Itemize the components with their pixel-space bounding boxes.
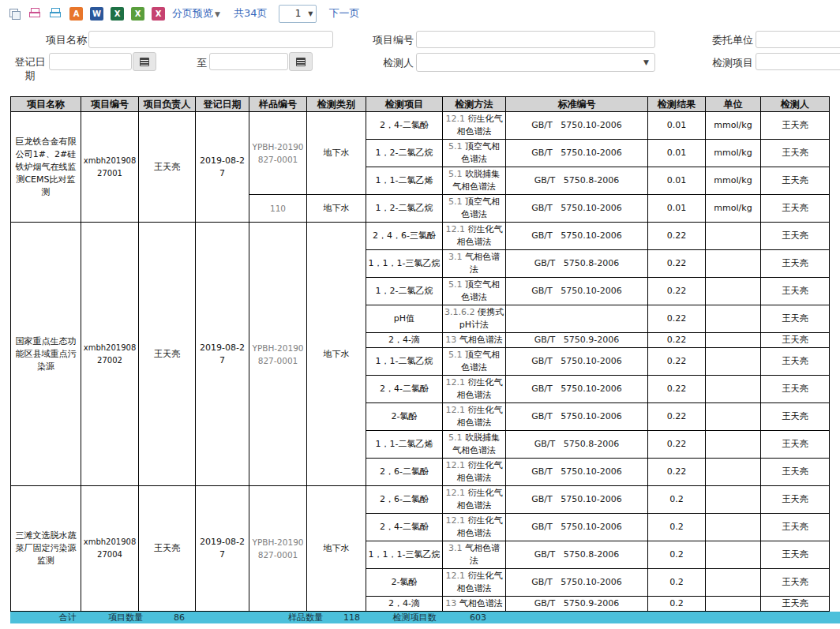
print-preview-icon[interactable] [8,7,21,21]
cell-test-method: 5.1 吹脱捕集气相色谱法 [443,167,506,195]
project-code-label: 项目编号 [369,33,414,47]
cell-test-result: 0.22 [648,431,706,459]
cell-tester: 王天亮 [761,223,830,250]
cell-test-method: 12.1 衍生化气相色谱法 [443,486,506,514]
cell-project-name: 三滩文选脱水蔬菜厂固定污染源监测 [11,486,81,612]
cell-test-method: 12.1 衍生化气相色谱法 [443,569,506,597]
register-date-label: 登记日期 [14,55,46,82]
table-row: 巨龙铁合金有限公司1#、2#硅铁炉烟气在线监测CEMS比对监测xmbh20190… [11,112,830,140]
method-code: 12.1 [446,571,466,581]
cell-standard-code: GB/T 5750.8-2006 [506,541,648,569]
method-code: 12.1 [446,224,466,234]
cell-tester: 王天亮 [761,333,830,348]
cell-standard-code [506,305,648,333]
cell-register-date: 2019-08-27 [196,486,249,612]
test-item-input[interactable] [756,53,840,70]
cell-test-item: 1，1，1-三氯乙烷 [366,250,443,278]
client-input[interactable] [756,31,840,48]
cell-test-item: 2，4-二氯酚 [366,112,443,140]
cell-tester: 王天亮 [761,486,830,514]
cell-standard-code: GB/T 5750.8-2006 [506,167,648,195]
cell-project-name: 巨龙铁合金有限公司1#、2#硅铁炉烟气在线监测CEMS比对监测 [11,112,81,223]
project-code-input[interactable] [416,31,655,48]
tester-select[interactable]: ▼ [416,53,655,72]
cell-test-result: 0.22 [648,305,706,333]
cell-test-method: 12.1 衍生化气相色谱法 [443,376,506,403]
cell-unit [706,569,761,597]
cell-tester: 王天亮 [761,514,830,541]
xml-export-icon[interactable]: X [152,7,165,21]
page-select[interactable]: 1 ▼ [279,5,317,23]
cell-test-category: 地下水 [307,223,366,486]
paging-preview-label: 分页预览 [172,7,213,19]
cell-unit: mmol/kg [706,140,761,167]
cell-test-method: 12.1 衍生化气相色谱法 [443,514,506,541]
cell-tester: 王天亮 [761,195,830,223]
method-code: 5.1 [448,141,463,152]
next-page-button[interactable]: 下一页 [328,6,359,21]
method-code: 12.1 [446,377,466,388]
project-count-value: 86 [160,612,198,623]
column-header: 登记日期 [196,97,249,112]
cell-test-result: 0.22 [648,250,706,278]
printer-pink-icon[interactable] [28,7,42,21]
column-header: 项目负责人 [139,97,196,112]
cell-sample-code: YPBH-20190827-0001 [249,112,307,195]
item-count-label: 检测项目数 [372,612,457,623]
cell-unit [706,597,761,612]
column-header: 检测结果 [648,97,706,112]
project-name-input[interactable] [88,31,333,48]
cell-tester: 王天亮 [761,459,830,486]
cell-test-method: 5.1 顶空气相色谱法 [443,140,506,167]
cell-test-method: 12.1 衍生化气相色谱法 [443,223,506,250]
chevron-down-icon: ▼ [308,10,313,17]
item-count-value: 603 [460,612,496,623]
calendar-to-button[interactable] [289,52,313,71]
tester-label: 检测人 [373,56,414,69]
cell-test-result: 0.2 [648,541,706,569]
toolbar: AWXXX 分页预览▼ 共34页 1 ▼ 下一页 [0,0,840,27]
cell-test-result: 0.01 [648,167,706,195]
cell-test-result: 0.2 [648,569,706,597]
register-date-from-input[interactable] [49,53,132,70]
cell-standard-code: GB/T 5750.9-2006 [506,597,648,612]
cell-sample-code: YPBH-20190827-0001 [249,486,307,612]
cell-test-result: 0.22 [648,223,706,250]
sample-count-value: 118 [334,612,369,623]
cell-unit [706,333,761,348]
chevron-down-icon: ▼ [215,10,220,18]
calendar-from-button[interactable] [133,52,156,71]
cell-tester: 王天亮 [761,250,830,278]
cell-tester: 王天亮 [761,278,830,305]
excel2-export-icon[interactable]: X [131,7,144,21]
cell-test-item: 2，4-二氯酚 [366,376,443,403]
cell-standard-code: GB/T 5750.10-2006 [506,403,648,431]
method-code: 12.1 [446,405,466,415]
paging-preview-button[interactable]: 分页预览▼ [172,6,220,21]
cell-test-item: 2，4-滴 [366,333,443,348]
method-code: 12.1 [446,460,466,470]
project-count-label: 项目数量 [92,612,159,623]
total-pages-label: 共34页 [234,6,268,21]
cell-unit [706,541,761,569]
cell-test-result: 0.2 [648,514,706,541]
register-date-to-input[interactable] [209,53,288,70]
date-to-label: 至 [194,56,207,69]
pdf-export-icon[interactable]: A [69,7,83,21]
printer-blue-icon[interactable] [49,7,62,21]
cell-tester: 王天亮 [761,376,830,403]
cell-standard-code: GB/T 5750.10-2006 [506,195,648,223]
cell-tester: 王天亮 [761,431,830,459]
cell-unit: mmol/kg [706,195,761,223]
method-code: 3.1.6.2 [444,307,474,317]
excel-export-icon[interactable]: X [111,7,124,21]
cell-test-method: 5.1 顶空气相色谱法 [443,348,506,376]
cell-standard-code: GB/T 5750.9-2006 [506,333,648,348]
table-row: 国家重点生态功能区县域重点污染源xmbh20190827002王天亮2019-0… [11,223,830,250]
word-export-icon[interactable]: W [90,7,103,21]
cell-test-result: 0.01 [648,112,706,140]
cell-test-item: 1，1-二氯乙烯 [366,167,443,195]
method-code: 3.1 [448,252,463,262]
cell-test-method: 5.1 吹脱捕集气相色谱法 [443,431,506,459]
cell-unit [706,431,761,459]
